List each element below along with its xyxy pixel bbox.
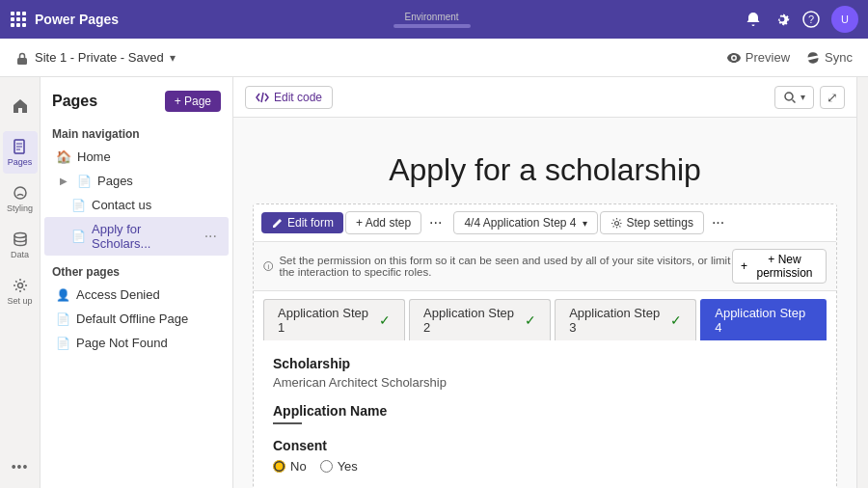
add-page-button[interactable]: + Page — [165, 91, 221, 112]
svg-rect-2 — [22, 12, 26, 15]
permission-banner: i Set the permission on this form so it … — [254, 242, 836, 291]
svg-point-18 — [17, 284, 22, 288]
styling-label: Styling — [7, 203, 33, 213]
edit-form-button[interactable]: Edit form — [261, 212, 343, 233]
nav-item-home-label: Home — [77, 149, 111, 164]
add-step-button[interactable]: + Add step — [345, 211, 421, 234]
nav-item-apply[interactable]: 📄 Apply for Scholars... ··· — [44, 217, 229, 256]
consent-no-radio[interactable] — [273, 460, 285, 473]
setup-label: Set up — [7, 296, 32, 306]
edit-code-label: Edit code — [274, 91, 322, 104]
nav-item-home[interactable]: 🏠 Home — [44, 145, 229, 169]
sync-label: Sync — [825, 50, 853, 65]
bell-icon[interactable] — [745, 11, 762, 28]
env-progress-bar — [393, 24, 471, 28]
site-info: Site 1 - Private - Saved ▾ — [15, 50, 176, 65]
nav-item-contact[interactable]: 📄 Contact us — [44, 193, 229, 217]
site-chevron-icon[interactable]: ▾ — [170, 51, 176, 65]
form-body: Scholarship American Architect Scholarsh… — [254, 340, 836, 488]
settings-icon[interactable] — [773, 11, 791, 28]
env-label: Environment — [405, 12, 459, 22]
grid-icon[interactable] — [10, 11, 27, 28]
zoom-button[interactable]: ▾ — [774, 86, 814, 109]
step-tabs: Application Step 1 ✓ Application Step 2 … — [254, 291, 836, 340]
permission-message: Set the permission on this form so it ca… — [279, 255, 732, 278]
toolbar-right: ▾ ⤢ — [774, 86, 845, 109]
nav-item-pages-folder[interactable]: ▶ 📄 Pages — [44, 169, 229, 193]
step-1-label: Application Step 1 — [278, 306, 374, 335]
step-tab-2[interactable]: Application Step 2 ✓ — [409, 299, 551, 340]
nav-title: Pages — [52, 93, 97, 110]
nav-item-offline[interactable]: 📄 Default Offline Page — [44, 307, 229, 331]
nav-item-contact-label: Contact us — [92, 198, 151, 212]
home-nav-icon: 🏠 — [56, 149, 71, 164]
nav-item-not-found[interactable]: 📄 Page Not Found — [44, 331, 229, 355]
step-tab-4[interactable]: Application Step 4 — [700, 299, 827, 340]
step-dropdown-button[interactable]: 4/4 Application Step 4 ▾ — [453, 211, 597, 234]
other-pages-section-title: Other pages — [41, 256, 232, 283]
access-denied-icon: 👤 — [56, 288, 70, 302]
new-permission-button[interactable]: + + New permission — [732, 249, 827, 284]
help-icon[interactable]: ? — [802, 11, 820, 28]
nav-item-access-denied[interactable]: 👤 Access Denied — [44, 283, 229, 307]
sync-button[interactable]: Sync — [805, 50, 853, 66]
svg-rect-8 — [22, 23, 26, 27]
svg-point-17 — [14, 233, 26, 238]
offline-page-icon: 📄 — [56, 312, 70, 326]
edit-code-button[interactable]: Edit code — [245, 86, 333, 109]
sidebar-item-data[interactable]: Data — [3, 224, 38, 266]
step-3-check-icon: ✓ — [670, 312, 682, 328]
preview-label: Preview — [746, 50, 790, 65]
pages-icon — [12, 138, 29, 155]
avatar[interactable]: U — [831, 6, 858, 33]
sidebar-item-home[interactable] — [3, 85, 38, 127]
nav-item-more-icon[interactable]: ··· — [204, 228, 217, 245]
svg-point-20 — [614, 221, 618, 225]
form-toolbar-dots2-button[interactable]: ··· — [706, 210, 730, 235]
svg-text:i: i — [267, 263, 269, 270]
sidebar-item-styling[interactable]: Styling — [3, 177, 38, 220]
consent-yes-radio[interactable] — [320, 460, 333, 473]
app-name-label: Application Name — [273, 403, 817, 419]
svg-point-16 — [14, 187, 26, 199]
edit-form-label: Edit form — [287, 216, 334, 230]
icon-sidebar: Pages Styling Data Set up ••• — [0, 77, 41, 488]
edit-form-icon — [271, 217, 284, 230]
consent-yes-option[interactable]: Yes — [320, 459, 358, 474]
consent-options: No Yes — [273, 459, 817, 474]
top-bar-right: ? U — [745, 6, 858, 33]
sidebar-item-pages[interactable]: Pages — [3, 131, 38, 174]
sidebar-item-more[interactable]: ••• — [3, 446, 38, 488]
main-layout: Pages Styling Data Set up ••• — [0, 77, 868, 488]
preview-button[interactable]: Preview — [726, 50, 790, 66]
zoom-icon — [783, 91, 797, 104]
expand-icon: ⤢ — [827, 90, 838, 105]
consent-section: Consent No Yes — [273, 438, 817, 474]
step-tab-3[interactable]: Application Step 3 ✓ — [555, 299, 696, 340]
svg-text:?: ? — [808, 14, 814, 25]
site-actions: Preview Sync — [726, 50, 853, 66]
consent-no-option[interactable]: No — [273, 459, 307, 474]
form-toolbar-dots-button[interactable]: ··· — [423, 210, 448, 235]
step-tab-1[interactable]: Application Step 1 ✓ — [263, 299, 405, 340]
page-toolbar: Edit code ▾ ⤢ — [233, 77, 856, 118]
scholarship-value: American Architect Scholarship — [273, 375, 817, 390]
form-toolbar: Edit form + Add step ··· 4/4 Application… — [254, 204, 836, 242]
svg-rect-7 — [16, 23, 20, 27]
more-dots-icon: ••• — [12, 459, 29, 474]
consent-label: Consent — [273, 438, 817, 453]
expand-button[interactable]: ⤢ — [820, 86, 845, 109]
right-scrollbar[interactable] — [856, 77, 868, 488]
app-name-section: Application Name — [273, 403, 817, 424]
step-settings-label: Step settings — [627, 216, 693, 230]
svg-rect-5 — [22, 17, 26, 21]
sidebar-item-setup[interactable]: Set up — [3, 270, 38, 312]
folder-page-icon: 📄 — [77, 175, 92, 188]
step-settings-button[interactable]: Step settings — [600, 211, 704, 234]
avatar-initials: U — [841, 14, 849, 25]
svg-rect-3 — [11, 17, 14, 21]
step-4-label: Application Step 4 — [715, 306, 812, 335]
svg-rect-4 — [16, 17, 20, 21]
nav-header: Pages + Page — [41, 85, 232, 122]
app-name-underline — [273, 422, 302, 424]
